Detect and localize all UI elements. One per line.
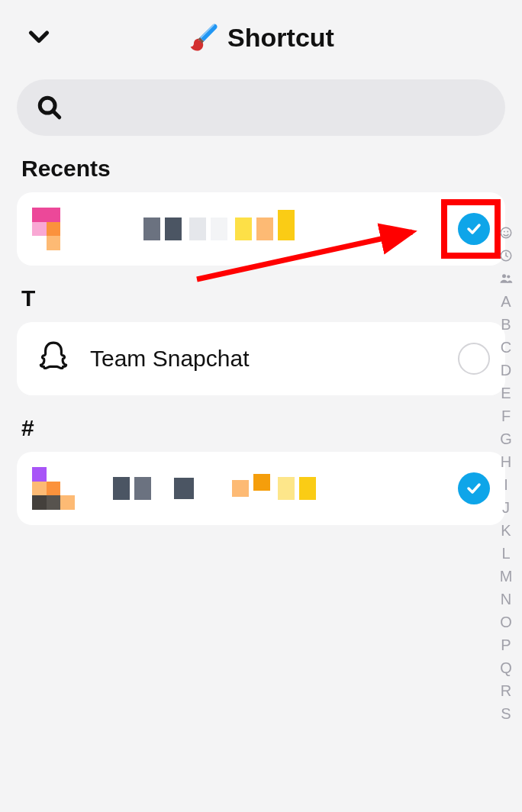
alpha-letter[interactable]: C bbox=[496, 339, 516, 356]
svg-point-4 bbox=[507, 231, 508, 233]
select-check[interactable] bbox=[458, 472, 490, 504]
group-icon bbox=[498, 271, 514, 286]
index-recent[interactable] bbox=[496, 247, 516, 264]
contact-name-blurred bbox=[90, 218, 443, 240]
alpha-letter[interactable]: R bbox=[496, 682, 516, 699]
contact-row-team[interactable]: Team Snapchat bbox=[17, 322, 505, 395]
contact-list: Recents bbox=[0, 156, 522, 525]
alpha-letter[interactable]: D bbox=[496, 362, 516, 379]
contact-row-hash[interactable] bbox=[17, 452, 505, 525]
contact-name-blurred bbox=[90, 477, 443, 500]
search-icon bbox=[37, 95, 63, 121]
search-input[interactable] bbox=[75, 96, 485, 120]
checkmark-icon bbox=[465, 479, 483, 498]
select-check[interactable] bbox=[458, 213, 490, 245]
alpha-letter[interactable]: G bbox=[496, 430, 516, 447]
svg-point-2 bbox=[501, 227, 511, 238]
alpha-letter[interactable]: N bbox=[496, 591, 516, 607]
contact-row-recent[interactable] bbox=[17, 192, 505, 266]
alpha-letter[interactable]: P bbox=[496, 636, 516, 653]
section-recents: Recents bbox=[21, 156, 505, 182]
select-check[interactable] bbox=[458, 343, 490, 375]
alpha-letter[interactable]: M bbox=[496, 568, 516, 585]
brush-icon bbox=[188, 21, 220, 53]
contact-name: Team Snapchat bbox=[90, 346, 443, 372]
alpha-letter[interactable]: K bbox=[496, 522, 516, 539]
alpha-letter[interactable]: A bbox=[496, 293, 516, 310]
alpha-letter[interactable]: F bbox=[496, 408, 516, 424]
alpha-letter[interactable]: L bbox=[496, 545, 516, 562]
svg-point-3 bbox=[504, 231, 505, 233]
chevron-down-icon bbox=[25, 24, 53, 51]
section-hash: # bbox=[21, 415, 505, 441]
dismiss-chevron[interactable] bbox=[23, 21, 55, 53]
alpha-letter[interactable]: J bbox=[496, 499, 516, 516]
alpha-letter[interactable]: H bbox=[496, 453, 516, 470]
page-title: Shortcut bbox=[227, 23, 334, 53]
header-bar: Shortcut bbox=[0, 0, 522, 61]
alpha-letter[interactable]: I bbox=[496, 476, 516, 493]
section-t: T bbox=[21, 285, 505, 311]
alpha-letter[interactable]: B bbox=[496, 316, 516, 333]
svg-line-1 bbox=[53, 111, 60, 118]
alpha-letter[interactable]: E bbox=[496, 385, 516, 401]
svg-point-7 bbox=[507, 275, 510, 278]
snapchat-ghost-icon bbox=[34, 340, 72, 378]
avatar bbox=[32, 467, 75, 510]
avatar bbox=[32, 208, 75, 250]
checkmark-icon bbox=[465, 220, 483, 238]
smiley-icon bbox=[499, 226, 513, 240]
index-groups[interactable] bbox=[496, 270, 516, 287]
clock-icon bbox=[499, 249, 513, 263]
index-emoji[interactable] bbox=[496, 224, 516, 241]
page-title-wrap: Shortcut bbox=[188, 21, 334, 53]
alpha-index[interactable]: A B C D E F G H I J K L M N O P Q R S bbox=[496, 224, 516, 722]
alpha-letter[interactable]: O bbox=[496, 614, 516, 630]
svg-point-6 bbox=[502, 274, 506, 278]
avatar bbox=[32, 337, 75, 380]
alpha-letter[interactable]: Q bbox=[496, 659, 516, 676]
alpha-letter[interactable]: S bbox=[496, 705, 516, 722]
search-bar[interactable] bbox=[17, 79, 505, 136]
